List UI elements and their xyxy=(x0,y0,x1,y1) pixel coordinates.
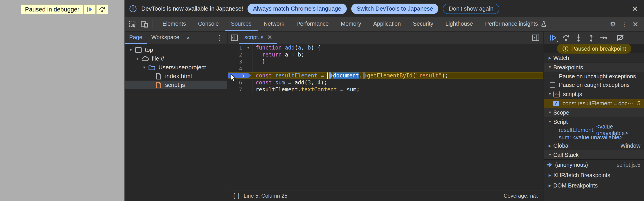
dont-show-again-button[interactable]: Don't show again xyxy=(443,4,499,14)
panel-tab-security[interactable]: Security xyxy=(407,17,439,31)
line-number-gutter[interactable]: 3 xyxy=(228,58,252,65)
variable-name: sum xyxy=(559,134,569,141)
inspect-element-icon[interactable] xyxy=(128,19,138,29)
collapse-arrow-icon[interactable]: ▼ xyxy=(546,65,553,69)
panel-tab-elements[interactable]: Elements xyxy=(156,17,192,31)
panel-tab-application[interactable]: Application xyxy=(367,17,407,31)
expand-arrow-icon[interactable]: ▶ xyxy=(546,173,553,177)
code-token: , xyxy=(301,44,308,51)
panel-tab-sources[interactable]: Sources xyxy=(225,17,258,31)
line-number-gutter[interactable]: 7 xyxy=(228,86,252,93)
panel-tab-console[interactable]: Console xyxy=(192,17,225,31)
panel-tab-memory[interactable]: Memory xyxy=(334,17,367,31)
tree-item-label: script.js xyxy=(165,82,185,88)
step-out-button[interactable] xyxy=(585,33,597,43)
code-token: sum xyxy=(275,80,285,86)
code-line-4: 4 xyxy=(228,65,543,72)
expand-arrow-icon[interactable]: ▶ xyxy=(546,56,553,60)
breakpoint-group-scriptjs[interactable]: ▼<>script.js xyxy=(544,89,644,99)
code-token: , xyxy=(311,80,318,86)
checkbox-row-pause-on-caught-exceptions[interactable]: Pause on caught exceptions xyxy=(544,80,644,89)
collapse-arrow-icon[interactable]: ▼ xyxy=(546,120,553,124)
panel-tab-lighthouse[interactable]: Lighthouse xyxy=(439,17,479,31)
scope-variable-resultelement[interactable]: resultElement: <value unavailable> xyxy=(544,126,644,134)
line-number-gutter[interactable]: 2 xyxy=(228,51,252,58)
checkbox[interactable] xyxy=(550,82,555,88)
line-number: 3 xyxy=(239,59,242,64)
switch-to-japanese-button[interactable]: Switch DevTools to Japanese xyxy=(351,4,438,14)
code-token: resultElement xyxy=(275,72,318,79)
tree-item-file-[interactable]: ▼file:// xyxy=(125,54,227,63)
collapse-arrow-icon[interactable]: ▼ xyxy=(141,66,147,70)
code-token xyxy=(282,44,285,51)
section-dom-breakpoints[interactable]: ▶DOM Breakpoints xyxy=(544,180,644,191)
tree-item-top[interactable]: ▼top xyxy=(125,46,227,54)
panel-tab-performance-insights[interactable]: Performance insights xyxy=(479,17,553,31)
editor-tab-close-icon[interactable]: ✕ xyxy=(267,34,272,41)
collapse-arrow-icon[interactable]: ▼ xyxy=(134,57,140,61)
line-number-gutter[interactable]: 4 xyxy=(228,65,252,72)
section-global[interactable]: ▶GlobalWindow xyxy=(544,141,644,150)
checkbox-row-pause-on-uncaught-exceptions[interactable]: Pause on uncaught exceptions xyxy=(544,72,644,80)
frame-location: script.js:5 xyxy=(616,162,644,168)
expand-arrow-icon[interactable]: ▶ xyxy=(546,144,553,148)
navigator-tab-page[interactable]: Page xyxy=(125,32,147,44)
devtools-close-icon[interactable]: ✕ xyxy=(630,19,640,29)
settings-gear-icon[interactable]: ⚙ xyxy=(608,19,618,29)
navigator-tab-workspace[interactable]: Workspace xyxy=(147,32,184,44)
step-into-button[interactable] xyxy=(573,33,584,43)
call-stack-frame[interactable]: (anonymous)script.js:5 xyxy=(544,160,644,170)
code-fold-arrow-icon[interactable]: ▼ xyxy=(246,46,250,50)
editor-tab-scriptjs[interactable]: script.js ✕ xyxy=(240,32,277,44)
collapse-arrow-icon[interactable]: ▼ xyxy=(546,110,553,114)
breakpoint-entry[interactable]: ✓const resultElement = doc⋯5 xyxy=(544,99,644,108)
tree-item-index-html[interactable]: index.html xyxy=(125,72,227,80)
step-over-button[interactable] xyxy=(560,33,572,43)
navigator-more-options-icon[interactable]: ⋮ xyxy=(212,32,227,44)
section-watch[interactable]: ▶Watch xyxy=(544,53,644,62)
code-line-6: 6const sum = add(3, 4); xyxy=(228,79,543,86)
code-line-3: 3 } xyxy=(228,58,543,65)
step-over-icon xyxy=(98,6,106,13)
code-line-1: 1▼function add(a, b) { xyxy=(228,44,543,51)
step-over-button[interactable] xyxy=(96,4,108,14)
breakpoint-checkbox[interactable]: ✓ xyxy=(553,100,559,106)
panel-tabs: ElementsConsoleSourcesNetworkPerformance… xyxy=(156,17,553,31)
pretty-print-icon[interactable]: { } xyxy=(233,192,240,199)
collapse-arrow-icon[interactable]: ▼ xyxy=(546,153,553,157)
tree-item-users-user-project[interactable]: ▼Users/user/project xyxy=(125,63,227,72)
file-gray-icon xyxy=(155,73,162,80)
panel-tab-network[interactable]: Network xyxy=(258,17,290,31)
always-match-language-button[interactable]: Always match Chrome's language xyxy=(248,4,346,14)
info-icon xyxy=(562,46,568,52)
more-options-icon[interactable]: ⋮ xyxy=(619,19,629,29)
section-scope[interactable]: ▼Scope xyxy=(544,108,644,117)
step-location-marker[interactable] xyxy=(363,72,366,78)
resume-script-button[interactable] xyxy=(84,4,96,14)
code-token: textContent xyxy=(301,86,337,93)
panel-tab-performance[interactable]: Performance xyxy=(290,17,334,31)
collapse-debugger-sidebar-icon[interactable] xyxy=(531,33,541,43)
device-toolbar-icon[interactable] xyxy=(140,19,150,29)
checkbox[interactable] xyxy=(550,74,555,79)
editor-tab-strip: script.js ✕ xyxy=(228,32,543,44)
continue-to-here-marker[interactable] xyxy=(329,72,332,78)
code-token: a + b; xyxy=(282,52,304,58)
section-breakpoints[interactable]: ▼Breakpoints xyxy=(544,63,644,72)
resume-button[interactable] xyxy=(548,33,559,43)
deactivate-breakpoints-button[interactable] xyxy=(614,33,626,43)
code-editor[interactable]: 1▼function add(a, b) {2 return a + b;3 }… xyxy=(228,44,543,190)
more-tabs-chevron[interactable]: » xyxy=(184,32,191,44)
section-xhr-fetch-breakpoints[interactable]: ▶XHR/fetch Breakpoints xyxy=(544,170,644,180)
tree-item-script-js[interactable]: script.js xyxy=(125,80,227,89)
section-call-stack[interactable]: ▼Call Stack xyxy=(544,150,644,159)
collapse-arrow-icon[interactable]: ▼ xyxy=(546,92,553,96)
expand-arrow-icon[interactable]: ▶ xyxy=(546,184,553,188)
collapse-arrow-icon[interactable]: ▼ xyxy=(128,48,134,52)
section-label: Call Stack xyxy=(553,152,579,158)
line-number-gutter[interactable]: 1▼ xyxy=(228,44,252,51)
collapse-navigator-icon[interactable] xyxy=(230,33,240,43)
frame-icon xyxy=(134,46,142,53)
infobar-close-icon[interactable]: ✕ xyxy=(632,5,638,12)
step-button[interactable] xyxy=(598,33,610,43)
